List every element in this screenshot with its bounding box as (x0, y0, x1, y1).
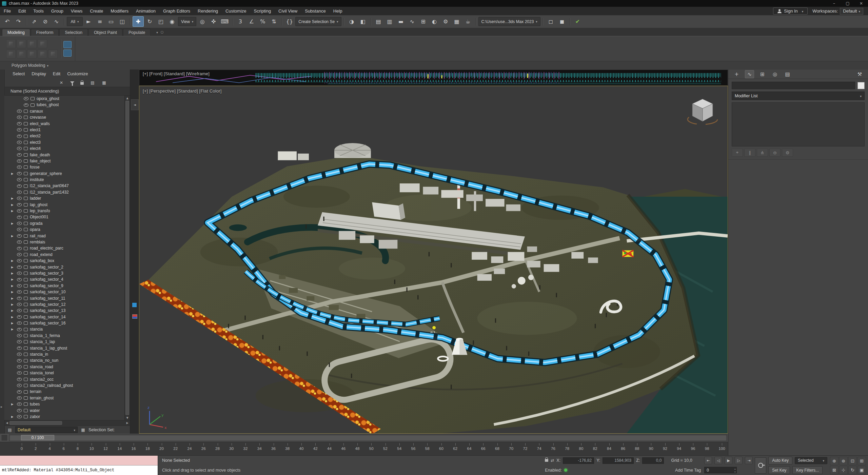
edit-named-selection-sets-icon[interactable]: {} (284, 17, 295, 26)
expand-arrow-icon[interactable] (11, 270, 15, 276)
explorer-menu-select[interactable]: Select (9, 70, 28, 78)
visibility-eye-icon[interactable] (17, 359, 22, 362)
zoom-region-icon[interactable]: ⊠ (830, 466, 839, 474)
menu-scripting[interactable]: Scripting (250, 7, 275, 15)
use-pivot-point-center-icon[interactable]: ◎ (197, 17, 208, 26)
scene-object-row[interactable]: crevasse (4, 114, 130, 120)
explorer-menu-edit[interactable]: Edit (50, 70, 64, 78)
scene-object-row[interactable]: lep_transfo (4, 208, 130, 214)
scene-object-row[interactable]: stancia2_occ (4, 376, 130, 382)
visibility-eye-icon[interactable] (24, 103, 28, 107)
go-to-end-button[interactable]: ⇥ (745, 457, 753, 464)
visibility-eye-icon[interactable] (17, 353, 22, 356)
show-end-result-button[interactable]: ∥ (744, 149, 755, 157)
visibility-eye-icon[interactable] (17, 371, 22, 375)
scene-security-check-icon[interactable]: ✔ (572, 17, 583, 26)
visibility-eye-icon[interactable] (17, 116, 22, 119)
schematic-view-icon[interactable]: ⊞ (418, 17, 429, 26)
y-coordinate-field[interactable]: 1584,903 (603, 457, 634, 464)
scene-object-row[interactable]: l12_stancia_part1432 (4, 189, 130, 195)
perspective-scene-canvas[interactable] (139, 86, 728, 433)
front-viewport[interactable]: [+] [Front] [Standard] [Wireframe] (139, 70, 728, 86)
toggle-scene-explorer-icon[interactable]: ▤ (373, 17, 384, 26)
utilities-tab[interactable]: ⚒ (855, 71, 864, 78)
visibility-eye-icon[interactable] (17, 159, 22, 163)
menu-civil-view[interactable]: Civil View (275, 7, 301, 15)
scene-object-row[interactable]: l12_stancia_part0647 (4, 183, 130, 189)
scene-object-row[interactable]: generator_sphere (4, 171, 130, 177)
visibility-eye-icon[interactable] (17, 409, 22, 412)
pan-icon[interactable]: ⊹ (839, 466, 848, 474)
redo-icon[interactable]: ↷ (13, 17, 24, 26)
visibility-eye-icon[interactable] (17, 253, 22, 256)
time-slider-track[interactable]: 0 / 100 (9, 434, 727, 441)
scene-object-row[interactable]: opora_ghost (4, 96, 130, 102)
menu-help[interactable]: Help (330, 7, 346, 15)
visibility-eye-icon[interactable] (17, 122, 22, 125)
select-object-icon[interactable]: ► (83, 17, 94, 26)
menu-graph-editors[interactable]: Graph Editors (159, 7, 194, 15)
expand-arrow-icon[interactable] (11, 326, 15, 332)
menu-create[interactable]: Create (86, 7, 107, 15)
scene-object-row[interactable]: zabor (4, 414, 130, 420)
set-keys-button[interactable] (755, 457, 766, 474)
scene-object-row[interactable]: sarkofag_sector_10 (4, 289, 130, 295)
expand-arrow-icon[interactable] (11, 401, 15, 407)
set-key-button[interactable]: Set Key (768, 466, 790, 474)
maxscript-mini-listener[interactable]: mtlRefAdded: Material #343054:Multi_Sub_… (0, 456, 158, 475)
scroll-left-icon[interactable]: ◀ (4, 420, 9, 425)
visibility-eye-icon[interactable] (17, 272, 22, 275)
mirror-icon[interactable]: ◑ (347, 17, 357, 26)
visibility-eye-icon[interactable] (17, 197, 22, 200)
scene-object-row[interactable]: ograda (4, 220, 130, 226)
scene-object-row[interactable]: remblais (4, 239, 130, 245)
ribbon-tab-freeform[interactable]: Freeform (31, 29, 59, 36)
select-by-name-icon[interactable]: ≡ (95, 17, 105, 26)
scene-object-row[interactable]: fake_object (4, 158, 130, 164)
x-coordinate-field[interactable]: -176,82 (563, 457, 594, 464)
scene-object-row[interactable]: canaux (4, 108, 130, 114)
visibility-eye-icon[interactable] (17, 178, 22, 181)
ribbon-tab-populate[interactable]: Populate (123, 29, 151, 36)
zoom-all-icon[interactable]: ⊚ (839, 457, 848, 465)
menu-edit[interactable]: Edit (15, 7, 29, 15)
explorer-collapse-strip[interactable] (0, 70, 5, 434)
select-and-manipulate-icon[interactable]: ✜ (208, 17, 219, 26)
scene-object-row[interactable]: fosse (4, 164, 130, 170)
visibility-eye-icon[interactable] (17, 290, 22, 294)
toggle-layer-explorer-icon[interactable]: ▥ (384, 17, 395, 26)
close-button[interactable]: × (854, 0, 868, 7)
progressive-display-status-icon[interactable] (564, 469, 567, 472)
modify-tab[interactable]: ∿ (745, 70, 754, 78)
scene-object-row[interactable]: ladder (4, 195, 130, 201)
visibility-eye-icon[interactable] (17, 259, 22, 262)
visibility-eye-icon[interactable] (17, 234, 22, 238)
bind-to-space-warp-icon[interactable]: ∿ (51, 17, 62, 26)
scene-object-row[interactable]: institute (4, 177, 130, 183)
listener-pane[interactable]: mtlRefAdded: Material #343054:Multi_Sub_… (0, 466, 158, 475)
ribbon-minimize-icon[interactable]: ○ (161, 30, 164, 34)
scene-object-row[interactable]: sarkofag_sector_13 (4, 308, 130, 314)
scene-object-row[interactable]: tubes (4, 401, 130, 407)
scene-object-row[interactable]: fake_death (4, 152, 130, 158)
explorer-settings-icon[interactable] (7, 427, 13, 433)
close-icon[interactable] (59, 80, 64, 85)
scene-object-row[interactable]: lap_ghost (4, 202, 130, 208)
ribbon-tab-selection[interactable]: Selection (59, 29, 87, 36)
scene-object-row[interactable]: sarkofag_sector_16 (4, 320, 130, 326)
window-crossing-icon[interactable]: ◫ (117, 17, 127, 26)
visibility-eye-icon[interactable] (17, 378, 22, 381)
create-tab[interactable]: + (732, 71, 741, 78)
visibility-eye-icon[interactable] (17, 240, 22, 244)
visibility-eye-icon[interactable] (17, 309, 22, 312)
scene-object-row[interactable]: sarkofag_sector_12 (4, 301, 130, 308)
scene-object-row[interactable]: stancia2_railroad_ghost (4, 382, 130, 389)
scene-object-row[interactable]: stancia_no_sun (4, 357, 130, 363)
zoom-icon[interactable]: ⊕ (830, 457, 839, 465)
toggle-ribbon-icon[interactable]: ▬ (396, 17, 406, 26)
time-slider-handle[interactable]: 0 / 100 (21, 435, 54, 440)
visibility-eye-icon[interactable] (17, 365, 22, 369)
key-filters-button[interactable]: Key Filters... (792, 466, 823, 474)
render-production-icon[interactable]: ☕ (463, 17, 473, 26)
viewport-layout-tab[interactable]: ◄ (131, 99, 139, 110)
